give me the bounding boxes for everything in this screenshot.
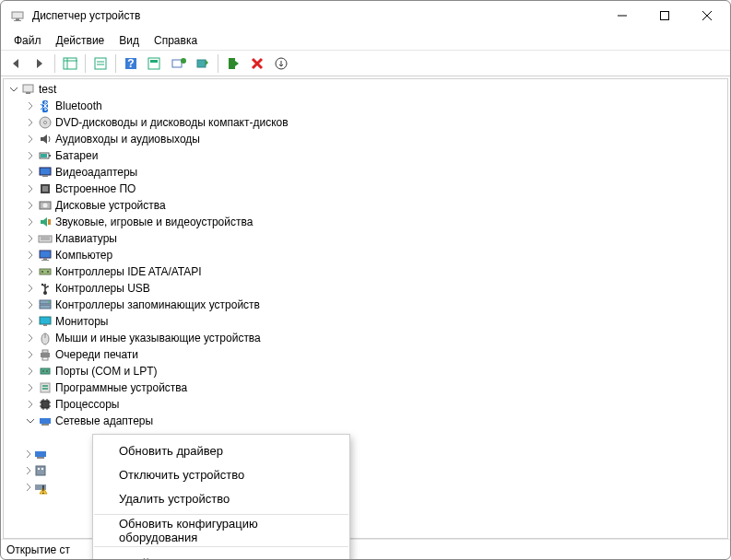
expand-toggle-icon[interactable]	[24, 133, 37, 146]
tree-item[interactable]: Мониторы	[4, 313, 727, 330]
expand-toggle-icon[interactable]	[24, 265, 37, 278]
disk-icon	[37, 198, 53, 213]
svg-rect-10	[95, 58, 106, 69]
expand-toggle-icon[interactable]	[24, 448, 33, 461]
expand-toggle-icon[interactable]	[24, 282, 37, 295]
enable-device-button[interactable]	[222, 52, 244, 75]
tree-item[interactable]: Мыши и иные указывающие устройства	[4, 330, 727, 346]
show-hide-tree-button[interactable]	[59, 52, 81, 75]
svg-rect-59	[42, 357, 48, 360]
tree-item[interactable]: !	[4, 479, 50, 496]
expand-toggle-icon[interactable]	[24, 481, 33, 494]
expand-toggle-icon[interactable]	[24, 398, 37, 411]
status-text: Открытие ст	[6, 543, 70, 556]
expand-toggle-icon[interactable]	[7, 83, 20, 96]
tree-root[interactable]: test	[4, 81, 727, 98]
tree-item[interactable]: Клавиатуры	[4, 230, 727, 247]
tree-item[interactable]: Bluetooth	[4, 98, 727, 114]
tree-child-selected[interactable]	[4, 429, 41, 446]
svg-rect-28	[49, 155, 51, 157]
port-icon	[37, 364, 53, 379]
ctx-properties[interactable]: Свойства	[93, 551, 349, 560]
svg-rect-23	[26, 92, 30, 94]
svg-point-61	[42, 370, 44, 372]
expand-toggle-icon[interactable]	[24, 166, 37, 179]
menu-file[interactable]: Файл	[6, 32, 49, 49]
ctx-update-driver[interactable]: Обновить драйвер	[93, 438, 349, 462]
ctx-remove-device[interactable]: Удалить устройство	[93, 486, 349, 510]
tree-item[interactable]	[4, 446, 50, 462]
svg-point-26	[44, 122, 47, 124]
svg-point-48	[41, 284, 43, 286]
find-button[interactable]	[144, 52, 166, 75]
svg-point-44	[41, 271, 43, 273]
firmware-icon	[37, 181, 53, 196]
expand-toggle-icon[interactable]	[24, 216, 37, 228]
svg-rect-7	[64, 58, 77, 69]
expand-toggle-icon[interactable]	[24, 99, 37, 112]
svg-rect-43	[40, 269, 51, 274]
expand-toggle-icon[interactable]	[24, 182, 37, 195]
expand-toggle-icon[interactable]	[24, 365, 37, 378]
tree-item-label: Контроллеры USB	[55, 282, 150, 295]
scan-hardware-button[interactable]	[168, 52, 190, 75]
tree-item[interactable]: Дисковые устройства	[4, 197, 727, 214]
expand-toggle-icon[interactable]	[24, 116, 37, 129]
warn-icon: !	[33, 480, 48, 495]
tree-item[interactable]: Сетевые адаптеры	[4, 413, 727, 429]
tree-item[interactable]: Встроенное ПО	[4, 181, 727, 197]
menu-view[interactable]: Вид	[112, 32, 147, 49]
expand-toggle-icon[interactable]	[24, 249, 37, 262]
tree-item[interactable]	[4, 462, 50, 479]
tree-item[interactable]: Процессоры	[4, 396, 727, 413]
tree-item-label: Порты (COM и LPT)	[55, 365, 158, 378]
svg-rect-31	[42, 175, 48, 177]
svg-rect-75	[40, 418, 51, 424]
expand-toggle-icon[interactable]	[24, 464, 33, 477]
sound-icon	[37, 215, 53, 229]
expand-toggle-icon[interactable]	[24, 381, 37, 394]
menu-help[interactable]: Справка	[147, 32, 205, 49]
nav-forward-button[interactable]	[29, 52, 51, 75]
tree-item[interactable]: Звуковые, игровые и видеоустройства	[4, 214, 727, 230]
update-driver-button[interactable]	[192, 52, 214, 75]
expand-toggle-icon[interactable]	[24, 199, 37, 212]
tree-item-label: Дисковые устройства	[55, 199, 166, 212]
tree-item[interactable]: Видеоадаптеры	[4, 164, 727, 181]
tree-item[interactable]: Порты (COM и LPT)	[4, 363, 727, 379]
properties-button[interactable]	[89, 52, 112, 75]
toolbar: ?	[1, 51, 730, 76]
expand-toggle-icon[interactable]	[24, 298, 37, 311]
svg-rect-40	[40, 251, 51, 258]
svg-point-35	[43, 204, 48, 208]
minimize-button[interactable]	[601, 1, 643, 30]
expand-toggle-icon[interactable]	[24, 348, 37, 361]
tree-item[interactable]: DVD-дисководы и дисководы компакт-дисков	[4, 114, 727, 131]
tree-item[interactable]: Контроллеры IDE ATA/ATAPI	[4, 263, 727, 280]
nav-back-button[interactable]	[5, 52, 27, 75]
close-button[interactable]	[686, 1, 728, 30]
expand-toggle-icon[interactable]	[24, 315, 37, 328]
tree-item[interactable]: Контроллеры запоминающих устройств	[4, 297, 727, 313]
add-legacy-hardware-button[interactable]	[270, 52, 292, 75]
tree-item[interactable]: Контроллеры USB	[4, 280, 727, 297]
help-button[interactable]: ?	[120, 52, 142, 75]
usb-icon	[37, 281, 53, 296]
tree-item[interactable]: Очереди печати	[4, 346, 727, 363]
tree-item[interactable]: Аудиовходы и аудиовыходы	[4, 131, 727, 147]
ctx-disable-device[interactable]: Отключить устройство	[93, 462, 349, 486]
context-menu: Обновить драйвер Отключить устройство Уд…	[92, 434, 350, 560]
menu-action[interactable]: Действие	[49, 32, 112, 49]
ctx-refresh-config[interactable]: Обновить конфигурацию оборудования	[93, 519, 349, 542]
tree-item[interactable]: Компьютер	[4, 247, 727, 263]
tree-item[interactable]: Программные устройства	[4, 379, 727, 396]
expand-toggle-icon[interactable]	[24, 232, 37, 245]
tree-item[interactable]: Батареи	[4, 147, 727, 164]
maximize-button[interactable]	[643, 1, 686, 30]
svg-rect-15	[148, 58, 159, 69]
svg-rect-49	[47, 286, 49, 287]
expand-toggle-icon[interactable]	[24, 332, 37, 344]
expand-toggle-icon[interactable]	[24, 149, 37, 162]
uninstall-device-button[interactable]	[246, 52, 268, 75]
collapse-toggle-icon[interactable]	[24, 414, 37, 427]
